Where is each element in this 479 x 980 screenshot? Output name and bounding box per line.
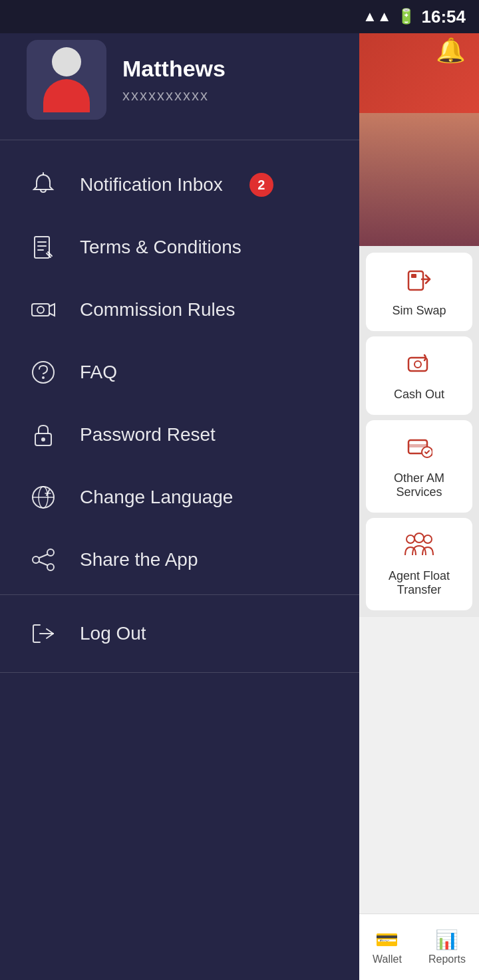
user-id: xxxxxxxxxx (122, 87, 333, 104)
logout-label: Log Out (80, 623, 146, 644)
bottom-nav: 💳 Wallet 📊 Reports (359, 914, 479, 980)
status-icons: ▲▲ 🔋 (363, 8, 415, 25)
svg-point-25 (47, 549, 54, 556)
money-icon (27, 293, 60, 326)
agent-float-transfer-icon (402, 531, 436, 564)
user-info: Matthews xxxxxxxxxx (122, 56, 333, 104)
menu-item-share-app[interactable]: Share the App (0, 529, 359, 591)
sim-swap-label: Sim Swap (392, 304, 446, 318)
menu-item-terms-conditions[interactable]: Terms & Conditions (0, 216, 359, 279)
avatar (27, 40, 106, 120)
cash-out-item[interactable]: Cash Out (366, 336, 472, 415)
logout-icon (27, 617, 60, 650)
drawer-overlay: Matthews xxxxxxxxxx Notification Inbox 2 (0, 0, 359, 980)
bell-menu-icon (27, 168, 60, 201)
status-bar: ▲▲ 🔋 16:54 (0, 0, 479, 33)
reports-nav-label: Reports (428, 953, 466, 965)
agent-float-transfer-label: Agent Float Transfer (376, 569, 462, 597)
svg-point-26 (33, 556, 39, 563)
menu-item-password-reset[interactable]: Password Reset (0, 404, 359, 466)
menu-item-faq[interactable]: FAQ (0, 341, 359, 404)
sim-swap-icon (406, 266, 432, 299)
services-grid: Sim Swap Cash Out Other A (359, 246, 479, 617)
cash-out-icon (406, 350, 432, 382)
reports-nav-item[interactable]: 📊 Reports (428, 929, 466, 965)
terms-conditions-label: Terms & Conditions (80, 237, 241, 258)
svg-point-21 (41, 437, 45, 441)
menu-item-commission-rules[interactable]: Commission Rules (0, 279, 359, 341)
avatar-body (43, 47, 90, 112)
svg-point-8 (406, 535, 414, 543)
cash-out-label: Cash Out (394, 388, 444, 402)
menu-item-notification-inbox[interactable]: Notification Inbox 2 (0, 154, 359, 216)
notification-badge: 2 (249, 173, 273, 197)
commission-rules-label: Commission Rules (80, 299, 235, 320)
signal-icon: ▲▲ (363, 8, 392, 25)
faq-label: FAQ (80, 362, 117, 383)
svg-line-28 (39, 554, 47, 558)
svg-point-18 (33, 362, 54, 383)
svg-line-29 (39, 562, 47, 565)
wallet-nav-icon: 💳 (375, 929, 399, 951)
share-app-label: Share the App (80, 549, 198, 570)
notification-inbox-label: Notification Inbox (80, 174, 223, 195)
other-am-services-icon (406, 433, 432, 466)
svg-point-19 (42, 376, 45, 379)
avatar-torso (43, 79, 90, 112)
menu-item-change-language[interactable]: Change Language (0, 466, 359, 529)
wallet-nav-item[interactable]: 💳 Wallet (373, 929, 402, 965)
reports-nav-icon: 📊 (435, 929, 458, 951)
svg-point-10 (424, 535, 432, 543)
status-time: 16:54 (422, 7, 466, 27)
password-reset-label: Password Reset (80, 424, 216, 445)
svg-point-9 (414, 533, 424, 543)
sim-swap-item[interactable]: Sim Swap (366, 253, 472, 331)
bell-icon[interactable]: 🔔 (436, 37, 466, 64)
svg-point-27 (47, 564, 54, 570)
menu-divider-2 (0, 672, 359, 673)
svg-rect-12 (35, 237, 49, 258)
svg-rect-1 (411, 274, 416, 278)
other-am-services-label: Other AM Services (376, 471, 462, 499)
agent-float-transfer-item[interactable]: Agent Float Transfer (366, 518, 472, 610)
battery-icon: 🔋 (397, 8, 415, 25)
menu-list: Notification Inbox 2 Terms & Conditions (0, 140, 359, 689)
svg-rect-16 (32, 304, 49, 316)
svg-point-4 (414, 361, 421, 368)
user-name: Matthews (122, 56, 333, 82)
document-icon (27, 231, 60, 264)
right-header: 🔔 (359, 0, 479, 246)
other-am-services-item[interactable]: Other AM Services (366, 420, 472, 513)
question-icon (27, 356, 60, 389)
svg-point-17 (37, 306, 44, 313)
header-image (359, 113, 479, 246)
lock-icon (27, 418, 60, 451)
wallet-nav-label: Wallet (373, 953, 402, 965)
avatar-head (52, 47, 81, 76)
menu-item-logout[interactable]: Log Out (0, 598, 359, 669)
change-language-label: Change Language (80, 487, 233, 508)
language-icon (27, 481, 60, 514)
right-panel: 🔔 Sim Swap (359, 0, 479, 980)
share-icon (27, 543, 60, 576)
menu-divider-1 (0, 594, 359, 595)
